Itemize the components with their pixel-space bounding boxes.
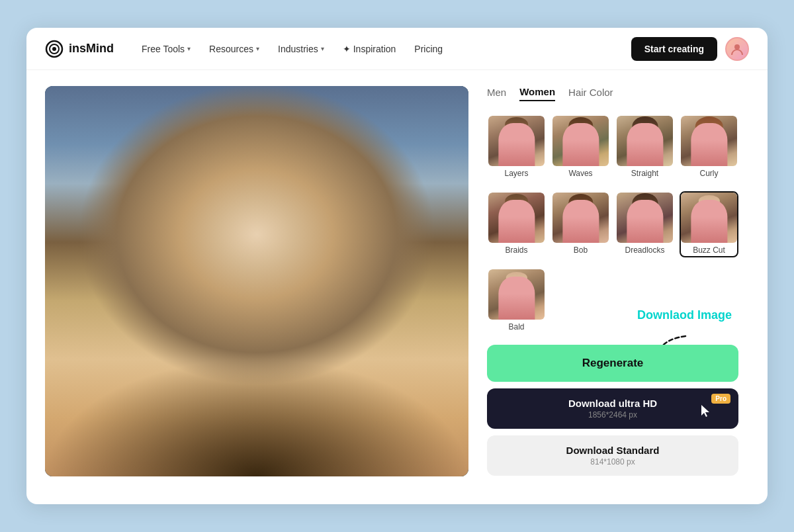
thumb-person <box>691 123 727 166</box>
download-hd-size: 1856*2464 px <box>588 410 637 420</box>
svg-point-2 <box>52 47 56 51</box>
tab-hair-color[interactable]: Hair Color <box>568 87 613 101</box>
hairstyle-label-layers: Layers <box>488 169 545 179</box>
hairstyle-item-buzz-cut[interactable]: Buzz Cut <box>680 191 738 257</box>
thumb-person <box>691 200 727 243</box>
hairstyle-item-waves[interactable]: Waves <box>551 114 610 181</box>
thumb-person <box>498 123 535 166</box>
header-actions: Start creating <box>631 37 749 61</box>
hairstyle-thumb-curly <box>681 116 737 166</box>
hairstyle-thumb-waves <box>552 116 609 166</box>
spark-icon: ✦ <box>343 44 351 54</box>
cursor-icon <box>700 404 712 421</box>
nav-industries[interactable]: Industries ▾ <box>271 38 331 60</box>
hairstyle-label-bob: Bob <box>552 245 609 256</box>
thumb-person <box>627 200 663 243</box>
hairstyle-label-braids: Braids <box>488 245 545 256</box>
annotation-area: Downlaod Image Regenerate <box>487 345 738 388</box>
download-hd-button[interactable]: Pro Download ultra HD 1856*2464 px <box>487 388 738 429</box>
user-avatar-icon <box>730 42 744 56</box>
hairstyle-item-layers[interactable]: Layers <box>487 114 546 181</box>
tab-men[interactable]: Men <box>487 87 506 101</box>
hairstyle-grid-row2: Braids Bob <box>487 191 738 257</box>
thumb-person <box>627 123 663 166</box>
hairstyle-thumb-straight <box>617 116 673 166</box>
hairstyle-thumb-bald <box>488 269 545 320</box>
thumb-person <box>562 123 599 166</box>
brand-name: insMind <box>69 42 114 56</box>
start-creating-button[interactable]: Start creating <box>631 37 717 61</box>
hairstyle-grid-row1: Layers Waves <box>487 114 738 181</box>
thumb-person <box>498 277 535 320</box>
svg-point-3 <box>734 44 740 50</box>
hairstyle-thumb-dreadlocks <box>617 193 673 243</box>
hairstyle-label-bald: Bald <box>488 322 545 333</box>
hairstyle-thumb-buzzcut <box>681 193 737 243</box>
thumb-person <box>562 200 599 243</box>
main-nav: Free Tools ▾ Resources ▾ Industries ▾ ✦ … <box>135 38 610 60</box>
logo[interactable]: insMind <box>45 40 114 58</box>
chevron-down-icon: ▾ <box>321 45 324 52</box>
download-std-button[interactable]: Download Standard 814*1080 px <box>487 435 738 476</box>
hairstyle-thumb-braids <box>488 193 545 243</box>
hairstyle-label-straight: Straight <box>617 169 673 179</box>
nav-free-tools[interactable]: Free Tools ▾ <box>135 38 197 60</box>
image-panel <box>45 86 468 476</box>
download-std-label: Download Standard <box>566 445 660 456</box>
hairstyle-item-dreadlocks[interactable]: Dreadlocks <box>615 191 674 257</box>
portrait-bg <box>45 86 468 476</box>
main-content: Men Women Hair Color Layers <box>26 70 768 492</box>
tab-women[interactable]: Women <box>519 86 555 101</box>
download-std-size: 814*1080 px <box>590 457 635 466</box>
hairstyle-label-dreadlocks: Dreadlocks <box>617 245 673 256</box>
portrait-image <box>45 86 468 476</box>
hairstyle-item-bald[interactable]: Bald <box>487 268 546 334</box>
thumb-person <box>498 200 535 243</box>
hairstyle-item-straight[interactable]: Straight <box>615 114 674 181</box>
nav-pricing[interactable]: Pricing <box>408 38 449 60</box>
header: insMind Free Tools ▾ Resources ▾ Industr… <box>26 28 768 70</box>
hairstyle-grid-row3: Bald <box>487 268 738 334</box>
hairstyle-label-waves: Waves <box>552 169 609 179</box>
hairstyle-thumb-layers <box>488 116 545 166</box>
portrait-overlay <box>45 86 468 476</box>
hairstyle-label-curly: Curly <box>681 169 737 179</box>
chevron-down-icon: ▾ <box>187 45 191 52</box>
nav-resources[interactable]: Resources ▾ <box>202 38 266 60</box>
hairstyle-item-braids[interactable]: Braids <box>487 191 546 257</box>
regenerate-button[interactable]: Regenerate <box>487 345 738 382</box>
hairstyle-label-buzz-cut: Buzz Cut <box>681 245 737 256</box>
download-hd-label: Download ultra HD <box>568 398 657 409</box>
tabs: Men Women Hair Color <box>487 86 738 101</box>
hairstyle-item-curly[interactable]: Curly <box>680 114 738 181</box>
app-container: insMind Free Tools ▾ Resources ▾ Industr… <box>26 28 768 504</box>
hairstyle-item-bob[interactable]: Bob <box>551 191 610 257</box>
chevron-down-icon: ▾ <box>256 45 259 52</box>
right-panel: Men Women Hair Color Layers <box>487 86 738 476</box>
logo-icon <box>45 40 64 58</box>
avatar[interactable] <box>725 37 749 61</box>
hairstyle-thumb-bob <box>552 193 609 243</box>
nav-inspiration[interactable]: ✦ Inspiration <box>336 38 403 60</box>
pro-badge: Pro <box>711 394 730 404</box>
